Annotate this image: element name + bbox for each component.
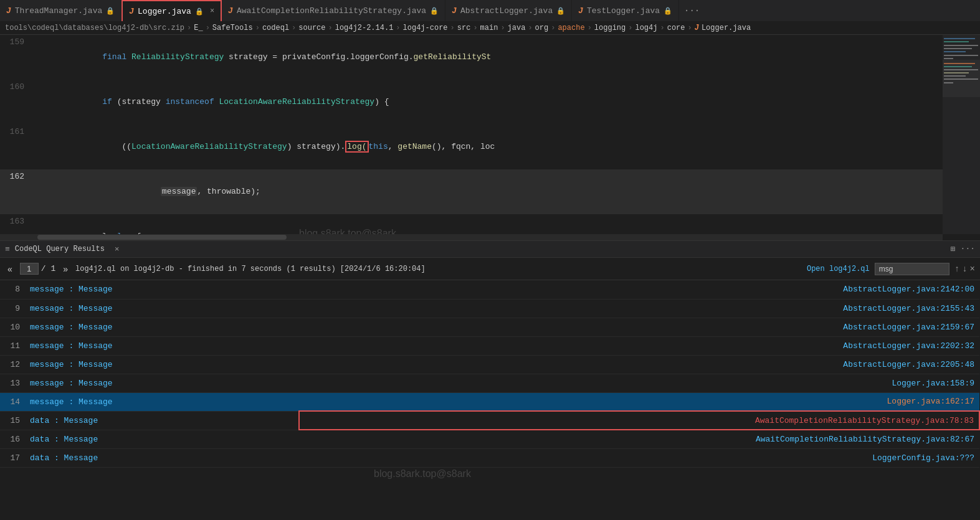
tab-abstractlogger[interactable]: J AbstractLogger.java 🔒	[445, 0, 572, 22]
line-content-160: if (strategy instanceof LocationAwareRel…	[34, 80, 980, 125]
row-location[interactable]: AwaitCompletionReliabilityStrategy.java:…	[299, 430, 979, 448]
scrollbar-thumb[interactable]	[37, 235, 287, 240]
row-location[interactable]: Logger.java:158:9	[299, 374, 979, 392]
breadcrumb-part: log4j-core	[403, 24, 448, 32]
line-content-163: } else {	[34, 214, 980, 234]
lock-icon: 🔒	[556, 7, 565, 15]
breadcrumb-part: java	[508, 24, 526, 32]
panel-title: CodeQL Query Results	[15, 245, 105, 253]
row-number: 15	[0, 411, 25, 430]
row-label[interactable]: message : Message	[25, 374, 299, 392]
tab-testlogger[interactable]: J TestLogger.java 🔒	[572, 0, 679, 22]
svg-rect-10	[944, 66, 972, 67]
tab-bar: J ThreadManager.java 🔒 J Logger.java 🔒 ×…	[0, 0, 980, 22]
page-input[interactable]	[20, 263, 39, 275]
j-icon: J	[6, 6, 11, 16]
page-info: / 1	[20, 263, 55, 275]
line-content-161: ((LocationAwareReliabilityStrategy) stra…	[34, 125, 980, 169]
line-num-161: 161	[0, 125, 34, 139]
tab-logger[interactable]: J Logger.java 🔒 ×	[121, 0, 222, 22]
sep: ›	[206, 24, 210, 32]
tab-overflow-button[interactable]: ···	[679, 6, 705, 16]
line-num-163: 163	[0, 214, 34, 229]
breadcrumb-text: tools\codeql\databases\log4j2-db\src.zip	[5, 24, 184, 32]
sep: ›	[473, 24, 477, 32]
tab-threadmanager[interactable]: J ThreadManager.java 🔒	[0, 0, 121, 22]
row-number: 13	[0, 374, 25, 392]
table-row[interactable]: 10message : MessageAbstractLogger.java:2…	[0, 318, 979, 336]
more-icon[interactable]: ···	[961, 244, 975, 254]
table-row[interactable]: 8message : MessageAbstractLogger.java:21…	[0, 280, 979, 299]
row-label[interactable]: message : Message	[25, 299, 299, 318]
row-location[interactable]: AbstractLogger.java:2202:32	[299, 336, 979, 355]
breadcrumb-part: source	[298, 24, 325, 32]
row-location[interactable]: Logger.java:162:17	[299, 392, 979, 411]
row-location[interactable]: AbstractLogger.java:2205:48	[299, 355, 979, 374]
j-icon: J	[129, 7, 134, 16]
search-input[interactable]	[875, 263, 949, 275]
sep: ›	[500, 24, 505, 32]
table-row[interactable]: 12message : MessageAbstractLogger.java:2…	[0, 355, 979, 374]
row-label[interactable]: message : Message	[25, 392, 299, 411]
tab-label: AbstractLogger.java	[460, 6, 553, 16]
row-label[interactable]: message : Message	[25, 336, 299, 355]
results-description: log4j2.ql on log4j2-db - finished in 7 s…	[75, 265, 802, 273]
split-icon[interactable]: ⊞	[951, 244, 956, 254]
svg-rect-15	[944, 82, 953, 83]
j-icon: J	[452, 6, 457, 16]
row-label[interactable]: message : Message	[25, 355, 299, 374]
sep: ›	[396, 24, 400, 32]
row-label[interactable]: data : Message	[25, 448, 299, 467]
panel-close-button[interactable]: ×	[115, 245, 120, 254]
table-row[interactable]: 13message : MessageLogger.java:158:9	[0, 374, 979, 392]
row-location[interactable]: AbstractLogger.java:2142:00	[299, 280, 979, 299]
sep: ›	[528, 24, 532, 32]
search-down-icon[interactable]: ↓	[962, 264, 967, 274]
table-row[interactable]: 14message : MessageLogger.java:162:17	[0, 392, 979, 411]
open-link[interactable]: Open log4j2.ql	[807, 265, 870, 273]
tab-label: ThreadManager.java	[15, 6, 102, 16]
close-icon[interactable]: ×	[210, 7, 214, 16]
table-row[interactable]: 17data : MessageLoggerConfig.java:???	[0, 448, 979, 467]
breadcrumb-part: main	[480, 24, 498, 32]
table-row[interactable]: 9message : MessageAbstractLogger.java:21…	[0, 299, 979, 318]
table-row[interactable]: 11message : MessageAbstractLogger.java:2…	[0, 336, 979, 355]
breadcrumb-part: apache	[558, 24, 584, 32]
code-line-162: 162 message, throwable);	[0, 169, 980, 214]
search-up-icon[interactable]: ↑	[954, 264, 959, 274]
row-label[interactable]: data : Message	[25, 411, 299, 430]
page-total: / 1	[41, 264, 55, 273]
search-close-icon[interactable]: ×	[970, 264, 975, 274]
lock-icon: 🔒	[664, 7, 672, 15]
next-next-button[interactable]: »	[60, 263, 70, 275]
code-line-160: 160 if (strategy instanceof LocationAwar…	[0, 80, 980, 125]
row-label[interactable]: message : Message	[25, 280, 299, 299]
prev-prev-button[interactable]: «	[5, 263, 15, 275]
lock-icon: 🔒	[195, 7, 204, 16]
breadcrumb-part: E_	[194, 24, 202, 32]
row-location[interactable]: AwaitCompletionReliabilityStrategy.java:…	[299, 411, 979, 430]
row-number: 17	[0, 448, 25, 467]
results-table: 8message : MessageAbstractLogger.java:21…	[0, 280, 980, 468]
row-location[interactable]: AbstractLogger.java:2155:43	[299, 299, 979, 318]
row-number: 10	[0, 318, 25, 336]
code-line-161: 161 ((LocationAwareReliabilityStrategy) …	[0, 125, 980, 169]
row-location[interactable]: AbstractLogger.java:2159:67	[299, 318, 979, 336]
row-number: 16	[0, 430, 25, 448]
row-number: 11	[0, 336, 25, 355]
row-number: 14	[0, 392, 25, 411]
table-row[interactable]: 15data : MessageAwaitCompletionReliabili…	[0, 411, 979, 430]
line-num-162: 162	[0, 169, 34, 184]
row-label[interactable]: message : Message	[25, 318, 299, 336]
breadcrumb-part: log4j2-2.14.1	[335, 24, 394, 32]
svg-rect-14	[944, 78, 978, 80]
row-label[interactable]: data : Message	[25, 430, 299, 448]
menu-icon: ≡	[5, 245, 10, 254]
table-row[interactable]: 16data : MessageAwaitCompletionReliabili…	[0, 430, 979, 448]
tab-awaitcompletion[interactable]: J AwaitCompletionReliabilityStrategy.jav…	[222, 0, 445, 22]
row-location[interactable]: LoggerConfig.java:???	[299, 448, 979, 467]
breadcrumb-part: core	[667, 24, 685, 32]
horizontal-scrollbar[interactable]	[0, 234, 943, 240]
svg-rect-5	[944, 51, 966, 52]
minimap	[943, 35, 980, 234]
